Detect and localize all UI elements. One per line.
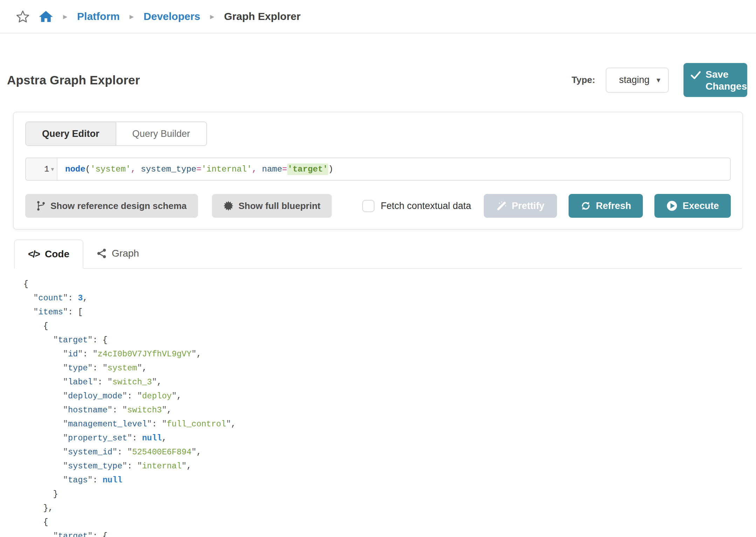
save-changes-button[interactable]: Save Changes [683, 63, 747, 97]
gear-burst-icon [223, 201, 234, 211]
breadcrumb-separator-icon: ▸ [129, 12, 135, 21]
show-reference-design-schema-label: Show reference design schema [50, 201, 187, 211]
breadcrumb-bar: ▸ Platform ▸ Developers ▸ Graph Explorer [0, 0, 756, 34]
show-reference-design-schema-button[interactable]: Show reference design schema [25, 194, 198, 218]
type-select-value: staging [619, 75, 650, 85]
prettify-label: Prettify [512, 201, 544, 211]
prettify-button[interactable]: Prettify [484, 194, 557, 218]
query-editor: 1 ▾ node('system', system_type='internal… [25, 158, 731, 181]
code-icon: </> [28, 249, 40, 260]
line-number: 1 [44, 165, 49, 174]
query-panel: Query Editor Query Builder 1 ▾ node('sys… [13, 112, 743, 230]
save-changes-label: Save Changes [706, 69, 745, 92]
favorite-star-icon[interactable] [16, 10, 29, 23]
query-actions-row: Show reference design schema Show full b… [25, 194, 731, 218]
fetch-contextual-data-checkbox[interactable] [362, 200, 374, 212]
tab-code[interactable]: </> Code [14, 239, 83, 269]
title-row: Apstra Graph Explorer Type: staging ▾ Sa… [7, 63, 749, 97]
type-select[interactable]: staging ▾ [606, 68, 669, 93]
breadcrumb-separator-icon: ▸ [209, 12, 215, 21]
execute-label: Execute [682, 201, 719, 211]
play-circle-icon [666, 200, 678, 211]
show-full-blueprint-button[interactable]: Show full blueprint [212, 194, 332, 218]
git-fork-icon [36, 201, 46, 211]
page-title: Apstra Graph Explorer [7, 73, 140, 87]
fetch-contextual-data-group: Fetch contextual data [362, 200, 471, 212]
breadcrumb-link-developers[interactable]: Developers [144, 11, 200, 22]
tab-graph-label: Graph [112, 248, 139, 259]
chevron-down-icon: ▾ [657, 76, 660, 85]
share-icon [97, 248, 106, 259]
home-icon[interactable] [39, 10, 53, 23]
check-icon [690, 71, 701, 80]
query-code-line[interactable]: node('system', system_type='internal', n… [57, 158, 730, 180]
fetch-contextual-data-label[interactable]: Fetch contextual data [381, 201, 471, 211]
tab-query-builder[interactable]: Query Builder [116, 122, 206, 145]
refresh-icon [580, 201, 591, 211]
breadcrumb-separator-icon: ▸ [62, 12, 68, 21]
magic-wand-icon [496, 201, 507, 211]
refresh-label: Refresh [596, 201, 631, 211]
query-result-json: { "count": 3, "items": [ { "target": { "… [7, 269, 749, 537]
breadcrumb-current: Graph Explorer [224, 11, 301, 22]
tab-graph[interactable]: Graph [83, 239, 152, 268]
refresh-button[interactable]: Refresh [569, 194, 643, 218]
type-label: Type: [572, 75, 595, 85]
editor-gutter: 1 ▾ [26, 158, 57, 180]
execute-button[interactable]: Execute [654, 194, 731, 218]
code-fold-icon[interactable]: ▾ [51, 166, 54, 173]
tab-query-editor[interactable]: Query Editor [26, 122, 116, 145]
show-full-blueprint-label: Show full blueprint [239, 201, 321, 211]
breadcrumb-link-platform[interactable]: Platform [77, 11, 120, 22]
tab-code-label: Code [45, 249, 69, 260]
results-tabs: </> Code Graph [14, 239, 742, 269]
query-mode-tabs: Query Editor Query Builder [25, 121, 207, 146]
